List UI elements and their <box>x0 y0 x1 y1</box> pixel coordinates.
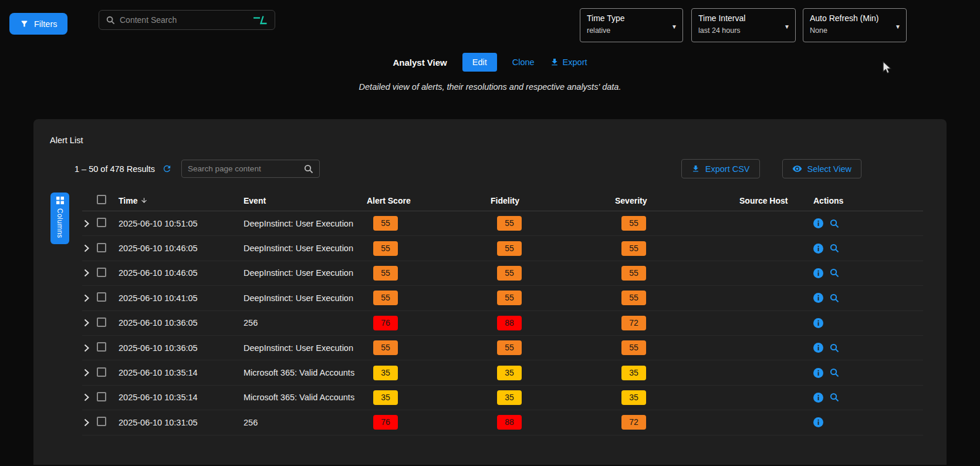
row-event: 256 <box>242 318 365 327</box>
row-severity: 55 <box>613 216 738 231</box>
col-header-time[interactable]: Time <box>117 196 242 205</box>
severity-badge: 55 <box>621 266 646 281</box>
time-type-value: relative <box>587 26 668 35</box>
alert-table-body: 2025-06-10 10:51:05 DeepInstinct: User E… <box>82 211 923 435</box>
sort-descending-icon <box>140 197 148 204</box>
info-icon[interactable] <box>813 393 823 403</box>
auto-refresh-value: None <box>810 26 892 35</box>
expand-chevron[interactable] <box>82 244 95 252</box>
row-checkbox[interactable] <box>97 292 106 302</box>
col-header-alert-score[interactable]: Alert Score <box>365 196 489 205</box>
info-icon[interactable] <box>813 417 823 427</box>
col-header-event[interactable]: Event <box>242 196 365 205</box>
row-checkbox[interactable] <box>97 268 106 277</box>
row-checkbox[interactable] <box>97 318 106 327</box>
refresh-button[interactable] <box>162 164 172 174</box>
row-event: DeepInstinct: User Execution <box>242 268 365 278</box>
page-search-input[interactable] <box>188 164 299 173</box>
table-row: 2025-06-10 10:41:05 DeepInstinct: User E… <box>82 286 923 310</box>
alert-score-badge: 35 <box>373 366 398 380</box>
expand-chevron[interactable] <box>82 319 95 327</box>
select-all-checkbox[interactable] <box>97 195 106 204</box>
search-action-icon[interactable] <box>830 343 839 353</box>
search-action-icon[interactable] <box>830 393 839 402</box>
auto-refresh-dropdown[interactable]: Auto Refresh (Min) None ▼ <box>803 8 907 42</box>
row-time: 2025-06-10 10:51:05 <box>117 219 242 228</box>
row-alert-score: 76 <box>365 316 489 330</box>
search-action-icon[interactable] <box>830 219 839 228</box>
row-checkbox[interactable] <box>97 243 106 252</box>
row-severity: 55 <box>613 241 738 256</box>
table-row: 2025-06-10 10:51:05 DeepInstinct: User E… <box>82 211 923 236</box>
info-icon[interactable] <box>813 368 823 378</box>
analyst-view-title: Analyst View <box>393 58 447 67</box>
row-event: DeepInstinct: User Execution <box>242 219 365 228</box>
chevron-down-icon: ▼ <box>671 23 677 30</box>
severity-badge: 35 <box>621 366 646 380</box>
row-severity: 72 <box>613 415 738 430</box>
info-icon[interactable] <box>813 244 823 254</box>
info-icon[interactable] <box>813 293 823 303</box>
row-checkbox[interactable] <box>97 417 106 426</box>
search-action-icon[interactable] <box>830 268 839 278</box>
expand-chevron[interactable] <box>82 344 95 352</box>
time-type-dropdown[interactable]: Time Type relative ▼ <box>580 8 683 42</box>
alert-score-badge: 55 <box>373 266 398 281</box>
export-button[interactable]: Export <box>550 58 587 67</box>
info-icon[interactable] <box>813 218 823 228</box>
search-action-icon[interactable] <box>830 293 839 303</box>
row-checkbox[interactable] <box>97 367 106 377</box>
filters-button[interactable]: Filters <box>9 13 67 35</box>
fidelity-badge: 35 <box>497 366 522 380</box>
expand-chevron[interactable] <box>82 393 95 401</box>
col-header-fidelity[interactable]: Fidelity <box>489 196 613 205</box>
edit-button[interactable]: Edit <box>462 53 497 72</box>
expand-chevron[interactable] <box>82 369 95 377</box>
clone-button-label: Clone <box>512 58 535 67</box>
row-time: 2025-06-10 10:46:05 <box>117 268 242 278</box>
alert-score-badge: 55 <box>373 340 398 355</box>
row-fidelity: 35 <box>489 390 613 405</box>
fidelity-badge: 55 <box>497 340 522 355</box>
auto-refresh-label: Auto Refresh (Min) <box>810 13 892 23</box>
panel-title: Alert List <box>33 119 947 145</box>
columns-button-label: Columns <box>56 208 64 238</box>
fidelity-badge: 55 <box>497 266 522 281</box>
info-icon[interactable] <box>813 268 823 278</box>
time-interval-dropdown[interactable]: Time Interval last 24 hours ▼ <box>691 8 796 42</box>
fidelity-badge: 88 <box>497 415 522 430</box>
row-severity: 55 <box>613 266 738 281</box>
export-csv-button[interactable]: Export CSV <box>681 159 760 178</box>
search-action-icon[interactable] <box>830 244 839 253</box>
row-checkbox[interactable] <box>97 392 106 401</box>
col-header-severity[interactable]: Severity <box>613 196 738 205</box>
select-view-button[interactable]: Select View <box>782 159 862 178</box>
row-severity: 35 <box>613 366 738 380</box>
col-header-source-host[interactable]: Source Host <box>738 196 807 205</box>
expand-chevron[interactable] <box>82 418 95 427</box>
view-header: Analyst View Edit Clone Export <box>0 52 980 73</box>
view-subtitle: Detailed view of alerts, their resolutio… <box>0 82 980 92</box>
row-checkbox[interactable] <box>97 342 106 352</box>
row-checkbox[interactable] <box>97 218 106 227</box>
col-header-time-label: Time <box>119 196 137 205</box>
search-icon <box>106 16 115 25</box>
info-icon[interactable] <box>813 318 823 328</box>
row-event: 256 <box>242 418 365 427</box>
info-icon[interactable] <box>813 343 823 353</box>
expand-chevron[interactable] <box>82 269 95 277</box>
row-actions <box>807 293 923 303</box>
expand-chevron[interactable] <box>82 294 95 302</box>
expand-chevron[interactable] <box>82 220 95 228</box>
search-action-icon[interactable] <box>830 368 839 377</box>
columns-button[interactable]: Columns <box>50 193 69 244</box>
row-severity: 35 <box>613 390 738 405</box>
download-icon <box>691 164 700 173</box>
clone-button[interactable]: Clone <box>512 58 535 67</box>
filter-icon <box>20 19 29 28</box>
row-actions <box>807 343 923 353</box>
content-search-input[interactable] <box>120 15 248 25</box>
alert-score-badge: 55 <box>373 291 398 305</box>
export-button-label: Export <box>563 58 587 67</box>
content-search-box <box>99 10 275 30</box>
